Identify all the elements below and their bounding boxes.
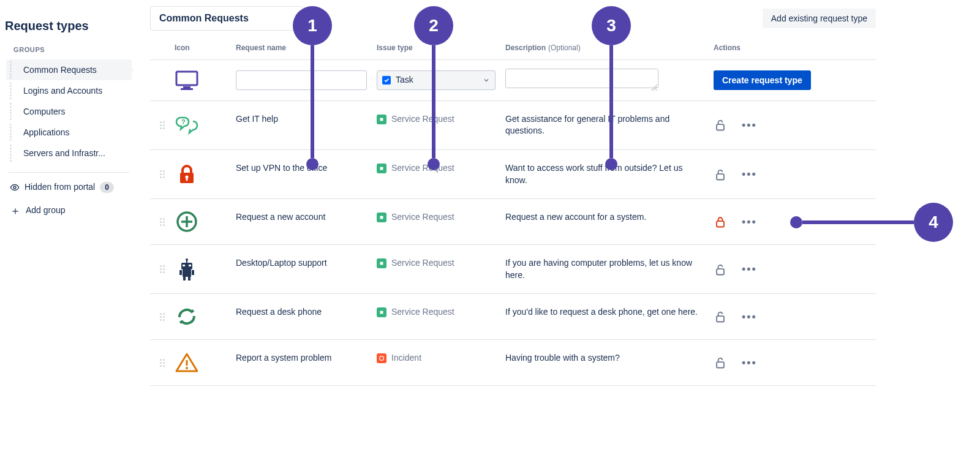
hidden-count-badge: 0	[100, 182, 114, 193]
request-name[interactable]: Set up VPN to the office	[236, 162, 377, 175]
lock-icon[interactable]	[714, 214, 727, 229]
svg-point-0	[13, 186, 16, 189]
drag-handle-icon[interactable]	[160, 265, 165, 273]
add-existing-request-type-button[interactable]: Add existing request type	[763, 9, 876, 28]
drag-handle-icon[interactable]	[160, 313, 165, 321]
svg-point-30	[186, 367, 188, 369]
drag-handle-icon[interactable]	[10, 145, 17, 162]
issue-type-label: Incident	[391, 352, 421, 364]
svg-rect-24	[188, 277, 190, 280]
monitor-icon[interactable]	[175, 70, 199, 91]
svg-rect-5	[380, 118, 383, 121]
col-icon: Icon	[175, 43, 236, 53]
request-description: Get assistance for general IT problems a…	[505, 113, 714, 137]
request-type-icon	[175, 259, 199, 280]
description-input[interactable]	[505, 69, 658, 88]
drag-handle-icon[interactable]	[160, 359, 165, 367]
drag-handle-icon[interactable]	[10, 124, 17, 141]
request-name[interactable]: Request a new account	[236, 211, 377, 224]
more-actions-button[interactable]: •••	[742, 118, 757, 133]
create-request-type-button[interactable]: Create request type	[714, 70, 811, 90]
issue-type-select[interactable]: Task	[377, 70, 496, 90]
svg-rect-3	[181, 88, 193, 90]
issue-type: Service Request	[377, 257, 505, 269]
issue-type: Service Request	[377, 162, 505, 175]
sidebar-item-label: Logins and Accounts	[23, 85, 102, 97]
sidebar-item-0[interactable]: Common Requests	[6, 59, 132, 80]
svg-rect-13	[380, 216, 383, 219]
add-group-button[interactable]: ＋ Add group	[10, 205, 128, 217]
sidebar-item-label: Computers	[23, 106, 65, 118]
more-actions-button[interactable]: •••	[742, 309, 757, 325]
add-group-label: Add group	[26, 205, 66, 217]
drag-handle-icon[interactable]	[160, 170, 165, 178]
hidden-label: Hidden from portal	[24, 181, 95, 194]
request-name[interactable]: Request a desk phone	[236, 306, 377, 318]
issue-type-badge-icon	[377, 115, 386, 124]
table-row: Request a new account Service Request Re…	[150, 199, 876, 245]
svg-rect-21	[179, 270, 182, 275]
page-title: Request types	[5, 17, 132, 34]
table-row: ? Get IT help Service Request Get assist…	[150, 101, 876, 150]
col-issue: Issue type	[377, 43, 505, 53]
request-description: Request a new account for a system.	[505, 211, 714, 224]
issue-type-label: Service Request	[391, 257, 454, 269]
more-actions-button[interactable]: •••	[742, 167, 757, 182]
col-name: Request name	[236, 43, 377, 53]
request-type-icon	[175, 306, 199, 327]
table-row: Set up VPN to the office Service Request…	[150, 150, 876, 199]
request-name[interactable]: Desktop/Laptop support	[236, 257, 377, 269]
sidebar-item-label: Applications	[23, 127, 70, 139]
more-actions-button[interactable]: •••	[742, 214, 757, 230]
lock-icon[interactable]	[714, 118, 727, 132]
issue-type-badge-icon	[377, 307, 386, 317]
issue-type: Service Request	[377, 306, 505, 318]
svg-rect-11	[717, 174, 724, 179]
request-name[interactable]: Report a system problem	[236, 352, 377, 364]
svg-point-31	[380, 356, 384, 361]
drag-handle-icon[interactable]	[10, 61, 17, 78]
request-type-table: Icon Request name Issue type Description…	[150, 37, 876, 386]
more-actions-button[interactable]: •••	[742, 262, 757, 277]
svg-rect-22	[192, 270, 194, 275]
request-type-icon	[175, 164, 199, 185]
svg-rect-23	[183, 277, 186, 280]
request-type-icon	[175, 352, 199, 373]
svg-rect-9	[186, 178, 188, 181]
drag-handle-icon[interactable]	[10, 82, 17, 99]
svg-rect-27	[380, 311, 383, 314]
drag-handle-icon[interactable]	[160, 121, 165, 129]
table-row: Request a desk phone Service Request If …	[150, 294, 876, 340]
more-actions-button[interactable]: •••	[742, 355, 757, 371]
svg-rect-2	[183, 86, 190, 88]
drag-handle-icon[interactable]	[10, 103, 17, 120]
table-header: Icon Request name Issue type Description…	[150, 37, 876, 60]
issue-type-label: Service Request	[391, 211, 454, 224]
sidebar-item-1[interactable]: Logins and Accounts	[6, 80, 132, 101]
main-content: Common Requests Add existing request typ…	[138, 0, 980, 463]
request-name[interactable]: Get IT help	[236, 113, 377, 126]
sidebar-item-2[interactable]: Computers	[6, 101, 132, 122]
sidebar-item-4[interactable]: Servers and Infrastr...	[6, 143, 132, 164]
lock-icon[interactable]	[714, 309, 727, 324]
lock-icon[interactable]	[714, 167, 727, 182]
group-title-input[interactable]: Common Requests	[150, 6, 303, 31]
lock-icon[interactable]	[714, 262, 727, 277]
hidden-from-portal[interactable]: Hidden from portal 0	[10, 181, 128, 194]
request-description: Having trouble with a system?	[505, 352, 714, 364]
issue-type-badge-icon	[377, 213, 386, 222]
sidebar: Request types GROUPS Common RequestsLogi…	[0, 0, 138, 463]
table-row: Report a system problem Incident Having …	[150, 340, 876, 386]
lock-icon[interactable]	[714, 355, 727, 370]
drag-handle-icon[interactable]	[160, 218, 165, 226]
request-name-input[interactable]	[236, 70, 367, 90]
svg-rect-16	[186, 260, 187, 263]
request-type-icon	[175, 211, 199, 232]
svg-rect-14	[717, 221, 724, 227]
chevron-down-icon	[483, 77, 490, 84]
svg-rect-29	[186, 360, 188, 366]
group-list: Common RequestsLogins and AccountsComput…	[6, 59, 132, 164]
sidebar-item-3[interactable]: Applications	[6, 122, 132, 143]
sidebar-item-label: Common Requests	[23, 64, 97, 77]
issue-type: Incident	[377, 352, 505, 364]
